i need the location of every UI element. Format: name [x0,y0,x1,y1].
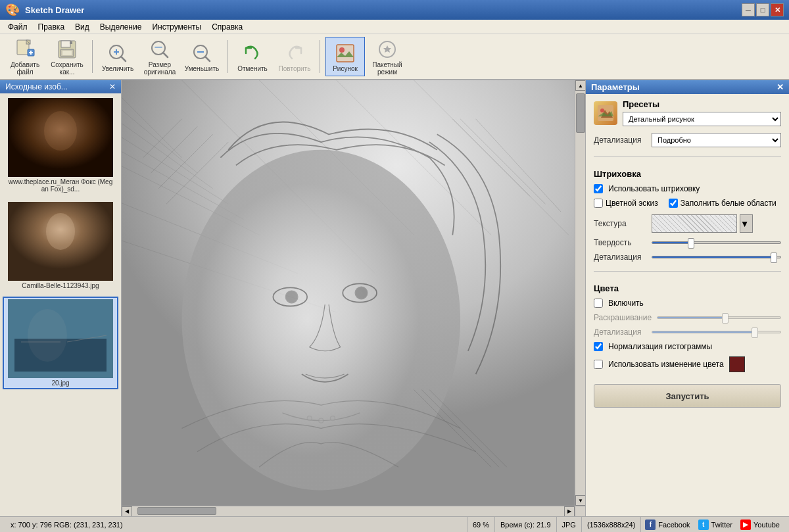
toolbar-sep-3 [320,40,320,73]
svg-point-52 [307,416,312,421]
undo-icon [241,41,264,65]
svg-line-19 [205,57,210,61]
scroll-down-button[interactable]: ▼ [575,495,585,506]
scroll-track-h[interactable] [132,506,564,516]
normalize-checkbox[interactable] [594,342,603,351]
svg-point-54 [330,416,335,421]
original-size-button[interactable]: Размер оригинала [140,37,179,76]
maximize-button[interactable]: □ [756,3,769,16]
hatching-detailing-label: Детализация [594,253,646,262]
colorize-thumb [722,313,729,324]
texture-row: Текстура ▼ [594,214,781,233]
presets-select[interactable]: Детальный рисунок Простой рисунок Каранд… [623,112,781,126]
toolbar-sep-2 [227,40,227,73]
youtube-link[interactable]: ▶ Youtube [736,520,784,530]
colors-detailing-label: Детализация [594,327,646,337]
save-as-button[interactable]: Сохранить как... [47,37,87,76]
twitter-link[interactable]: t Twitter [694,520,736,530]
presets-select-container: Пресеты Детальный рисунок Простой рисуно… [623,99,781,126]
run-button[interactable]: Запустить [594,384,781,408]
zoom-out-button[interactable]: Уменьшить [182,37,222,76]
svg-point-22 [339,47,345,53]
hatching-detailing-fill [652,256,774,258]
texture-select-container: ▼ [652,214,753,233]
facebook-link[interactable]: f Facebook [641,520,694,530]
add-file-icon [13,37,37,61]
scroll-track-v[interactable] [575,91,585,495]
normalize-label: Нормализация гистограммы [608,342,712,351]
hardness-slider[interactable] [652,241,781,244]
horizontal-scrollbar[interactable]: ◀ ▶ [122,506,575,516]
dimensions-text: (1536x888x24) [587,521,635,529]
redo-button[interactable]: Повторить [275,37,314,76]
fill-white-checkbox[interactable] [669,199,678,208]
color-change-label: Использовать изменение цвета [608,360,724,369]
hatching-detailing-thumb[interactable] [771,253,777,263]
menu-help[interactable]: Справка [206,21,248,33]
undo-button[interactable]: Отменить [233,37,272,76]
menu-edit[interactable]: Правка [33,21,70,33]
coords-text: x: 700 y: 796 RGB: (231, 231, 231) [11,521,123,529]
picture-icon [333,41,357,65]
scroll-thumb-v[interactable] [576,93,585,133]
use-hatching-checkbox[interactable] [594,184,603,193]
svg-point-51 [355,287,368,299]
scroll-right-button[interactable]: ▶ [564,506,575,517]
zoom-in-button[interactable]: Увеличить [98,37,137,76]
sketch-options-row: Цветной эскиз Заполнить белые области [594,199,781,208]
scroll-left-button[interactable]: ◀ [122,506,132,517]
color-swatch[interactable] [729,356,745,372]
texture-dropdown[interactable]: ▼ [740,214,753,233]
detailing-select[interactable]: Подробно Средне Грубо [652,133,781,147]
hardness-thumb[interactable] [688,238,694,249]
canvas-scroll[interactable] [122,80,575,506]
svg-point-25 [44,111,77,151]
image-item-1[interactable]: www.theplace.ru_Меган Фокс (Megan Fox)_s… [3,96,118,195]
status-dimensions: (1536x888x24) [582,517,641,532]
status-zoom: 69 % [467,517,495,532]
minimize-button[interactable]: ─ [742,3,755,16]
vertical-scrollbar[interactable]: ▲ ▼ [575,80,585,506]
menu-view[interactable]: Вид [70,21,95,33]
left-panel-close-button[interactable]: ✕ [109,82,116,91]
status-format: JPG [557,517,582,532]
picture-button[interactable]: Рисунок [325,37,365,76]
redo-icon [283,41,306,65]
image-item-3[interactable]: 20.jpg [3,297,118,389]
colors-detailing-row: Детализация [594,327,781,337]
color-change-checkbox[interactable] [594,360,603,369]
menu-file[interactable]: Файл [3,21,33,33]
close-button[interactable]: ✕ [771,3,784,16]
status-bar: x: 700 y: 796 RGB: (231, 231, 231) 69 % … [0,516,789,532]
menu-select[interactable]: Выделение [95,21,147,33]
format-text: JPG [562,521,576,529]
scroll-thumb-h[interactable] [137,507,216,515]
right-panel-close[interactable]: ✕ [777,82,784,92]
colors-detailing-fill [652,331,755,333]
hatching-detailing-slider[interactable] [652,256,781,258]
normalize-row: Нормализация гистограммы [594,342,781,351]
texture-label: Текстура [594,219,646,228]
left-panel: Исходные изоб... ✕ [0,80,122,516]
original-size-label: Размер оригинала [143,61,176,76]
add-file-label: Добавить файл [9,61,41,76]
twitter-label: Twitter [711,521,732,529]
batch-label: Пакетный режим [371,61,404,76]
title-bar: 🎨 Sketch Drawer ─ □ ✕ [0,0,789,20]
svg-line-16 [163,53,168,57]
colors-enable-checkbox[interactable] [594,299,603,308]
add-file-button[interactable]: Добавить файл [5,37,45,76]
scroll-up-button[interactable]: ▲ [575,80,585,91]
menu-tools[interactable]: Инструменты [147,21,206,33]
color-sketch-checkbox[interactable] [594,199,603,208]
image-item-2[interactable]: Camilla-Belle-1123943.jpg [3,200,118,291]
presets-label: Пресеты [623,99,781,109]
save-icon [55,37,79,61]
color-change-row: Использовать изменение цвета [594,356,781,372]
main-content: Исходные изоб... ✕ [0,80,789,516]
save-as-label: Сохранить как... [51,61,84,76]
batch-button[interactable]: Пакетный режим [368,37,407,76]
svg-rect-17 [155,47,162,48]
batch-icon [375,37,399,61]
window-controls: ─ □ ✕ [742,3,784,16]
